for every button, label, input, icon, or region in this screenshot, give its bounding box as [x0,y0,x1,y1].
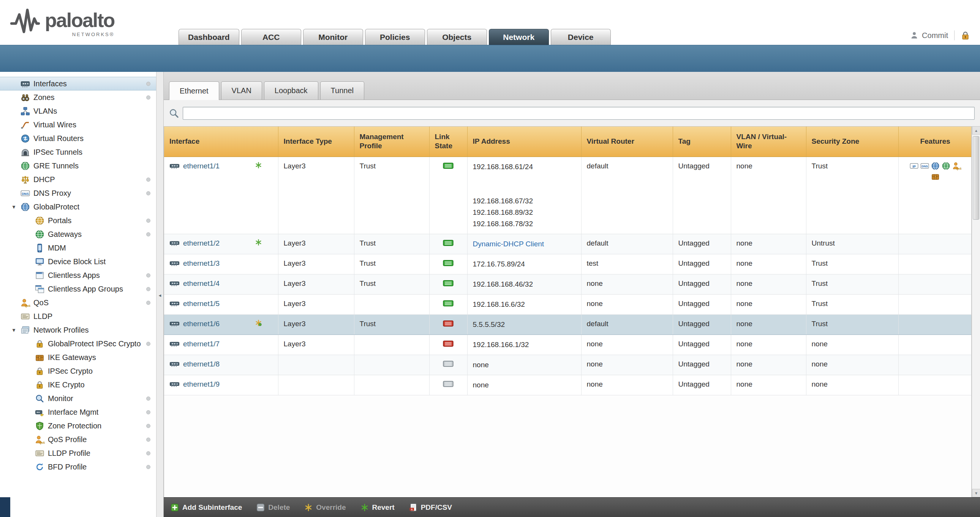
tab-device[interactable]: Device [551,29,611,45]
subtab-loopback[interactable]: Loopback [264,81,318,100]
scroll-up-icon[interactable]: ▲ [972,126,980,134]
windows-icon [35,284,45,294]
action-pdf-csv[interactable]: APDF/CSV [409,503,452,512]
table-row-ethernet1-2[interactable]: ethernet1/2Layer3TrustDynamic-DHCP Clien… [164,234,972,254]
sidebar-item-ipsec-tunnels[interactable]: IPSec Tunnels [0,145,156,159]
sidebar-item-interface-mgmt[interactable]: Interface Mgmt [0,405,156,419]
sidebar-item-dhcp[interactable]: DHCP [0,172,156,186]
table-row-ethernet1-8[interactable]: ethernet1/8nonenoneUntaggednonenone [164,355,972,375]
expander-icon[interactable]: ▼ [11,327,16,333]
search-input[interactable] [183,107,975,120]
col-header-tag[interactable]: Tag [673,127,731,156]
sidebar-item-globalprotect-ipsec-crypto[interactable]: GlobalProtect IPSec Crypto [0,337,156,351]
subtab-ethernet[interactable]: Ethernet [169,81,219,100]
qos-icon: QoS [35,435,45,444]
col-header-vlan-virtual-wire[interactable]: VLAN / Virtual-Wire [731,127,806,156]
sidebar-item-ike-crypto[interactable]: IKE Crypto [0,378,156,391]
vertical-scrollbar[interactable]: ▲ ▼ [972,126,980,497]
sidebar-item-ipsec-crypto[interactable]: IPSec Crypto [0,364,156,378]
sidebar-item-lldp-profile[interactable]: LLDP Profile [0,446,156,460]
management-profile: Trust [354,234,429,254]
interface-name[interactable]: ethernet1/7 [183,339,220,349]
interface-name[interactable]: ethernet1/1 [183,161,220,171]
sidebar-item-vlans[interactable]: VLANs [0,104,156,118]
tab-policies[interactable]: Policies [365,29,425,45]
sidebar-item-bfd-profile[interactable]: BFD Profile [0,460,156,474]
sidebar-item-clientless-apps[interactable]: Clientless Apps [0,268,156,282]
sidebar-item-label: IPSec Crypto [48,367,93,376]
sidebar-item-network-profiles[interactable]: ▼Network Profiles [0,323,156,337]
sidebar-item-label: LLDP Profile [48,449,91,458]
scrollbar-thumb[interactable] [973,136,979,220]
tab-network[interactable]: Network [489,29,549,45]
tab-monitor[interactable]: Monitor [303,29,363,45]
interface-name[interactable]: ethernet1/9 [183,380,220,389]
col-header-virtual-router[interactable]: Virtual Router [581,127,673,156]
sidebar-item-gre-tunnels[interactable]: GRE Tunnels [0,159,156,172]
sidebar-item-interfaces[interactable]: Interfaces [0,77,156,91]
interface-name[interactable]: ethernet1/8 [183,359,220,369]
tab-acc[interactable]: ACC [241,29,301,45]
globe-blue-icon [21,202,30,212]
col-header-interface[interactable]: Interface [164,127,278,156]
table-row-ethernet1-1[interactable]: ethernet1/1Layer3Trust192.168.168.61/24 … [164,156,972,234]
col-header-features[interactable]: Features [898,127,972,156]
col-header-management-profile[interactable]: Management Profile [354,127,429,156]
tab-dashboard[interactable]: Dashboard [178,29,239,45]
sidebar-item-ike-gateways[interactable]: IKE Gateways [0,351,156,364]
col-header-link-state[interactable]: Link State [429,127,467,156]
lock-icon [35,339,45,349]
link-state-cell [429,294,467,314]
sidebar-item-lldp[interactable]: LLDP [0,310,156,323]
action-revert[interactable]: Revert [361,503,395,512]
table-row-ethernet1-4[interactable]: ethernet1/4Layer3Trust192.168.168.46/32n… [164,274,972,294]
sidebar-item-clientless-app-groups[interactable]: Clientless App Groups [0,282,156,296]
interface-name[interactable]: ethernet1/5 [183,299,220,308]
tab-objects[interactable]: Objects [427,29,487,45]
col-header-interface-type[interactable]: Interface Type [278,127,354,156]
search-icon[interactable] [169,109,179,118]
interface-cell: ethernet1/4 [164,274,278,294]
sidebar-splitter[interactable]: ◄ [156,72,164,517]
sidebar-item-monitor[interactable]: Monitor [0,391,156,405]
sidebar-item-gateways[interactable]: Gateways [0,227,156,241]
interface-name[interactable]: ethernet1/4 [183,279,220,288]
sidebar-item-virtual-routers[interactable]: Virtual Routers [0,131,156,145]
col-header-ip-address[interactable]: IP Address [467,127,581,156]
expander-icon[interactable]: ▼ [11,204,16,210]
commit-button[interactable]: Commit [910,31,948,40]
sidebar-item-qos[interactable]: QoSQoS [0,296,156,310]
subtab-tunnel[interactable]: Tunnel [320,81,364,100]
sidebar-item-device-block-list[interactable]: Device Block List [0,255,156,268]
collapse-sidebar-icon[interactable]: ◄ [157,287,163,304]
virtual-router: none [581,335,673,355]
sidebar-item-qos-profile[interactable]: QoSQoS Profile [0,432,156,446]
sidebar-item-portals[interactable]: Portals [0,214,156,227]
sidebar-item-globalprotect[interactable]: ▼GlobalProtect [0,200,156,214]
sidebar-item-mdm[interactable]: MDM [0,241,156,255]
sidebar-item-zone-protection[interactable]: Zone Protection [0,419,156,432]
col-header-security-zone[interactable]: Security Zone [806,127,898,156]
tag: Untagged [673,335,731,355]
action-add-subinterface[interactable]: Add Subinterface [170,503,242,512]
sidebar-item-dns-proxy[interactable]: DNSDNS Proxy [0,186,156,200]
table-row-ethernet1-6[interactable]: ethernet1/6Layer3Trust5.5.5.5/32defaultU… [164,314,972,335]
features-cell [898,355,972,375]
table-row-ethernet1-9[interactable]: ethernet1/9nonenoneUntaggednonenone [164,375,972,395]
dhcp-client-link[interactable]: Dynamic-DHCP Client [473,238,576,250]
scroll-down-icon[interactable]: ▼ [972,489,980,497]
sidebar-item-label: GlobalProtect IPSec Crypto [48,340,141,348]
security-zone: Trust [806,314,898,335]
interface-name[interactable]: ethernet1/2 [183,238,220,248]
table-row-ethernet1-3[interactable]: ethernet1/3Layer3Trust172.16.75.89/24tes… [164,254,972,274]
sidebar-item-zones[interactable]: Zones [0,91,156,104]
table-row-ethernet1-5[interactable]: ethernet1/5Layer3192.168.16.6/32noneUnta… [164,294,972,314]
subtab-vlan[interactable]: VLAN [221,81,262,100]
interface-name[interactable]: ethernet1/6 [183,319,220,329]
sidebar-item-label: Interfaces [33,80,67,88]
lock-icon[interactable] [961,31,970,40]
link-state-cell [429,375,467,395]
interface-name[interactable]: ethernet1/3 [183,258,220,268]
table-row-ethernet1-7[interactable]: ethernet1/7Layer3192.168.166.1/32noneUnt… [164,335,972,355]
sidebar-item-virtual-wires[interactable]: Virtual Wires [0,118,156,131]
